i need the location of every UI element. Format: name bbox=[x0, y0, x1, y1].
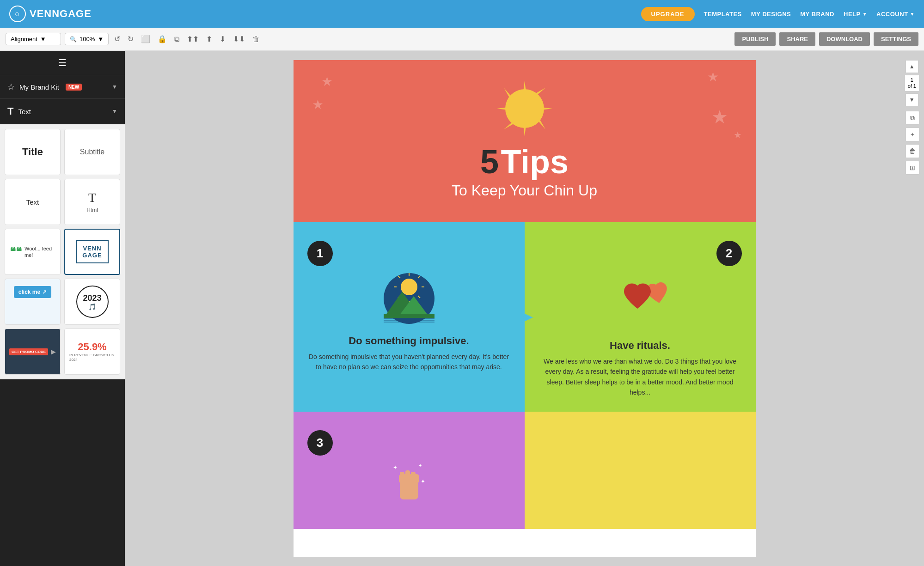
canvas-area[interactable]: ▲ 1 of 1 ▼ ⧉ + 🗑 ⊞ ★ ★ ★ ★ ★ bbox=[125, 51, 924, 566]
year-text: 2023 bbox=[83, 293, 101, 303]
promo-inner: GET PROMO CODE ▶ bbox=[9, 348, 56, 355]
venngage-logo-box: VENN GAGE bbox=[76, 240, 108, 263]
widget-text[interactable]: Text bbox=[5, 179, 61, 225]
undo-icon[interactable]: ↺ bbox=[112, 33, 122, 45]
mountain-scene-svg bbox=[372, 271, 446, 326]
delete-icon[interactable]: 🗑 bbox=[251, 33, 262, 45]
star-deco-3: ★ bbox=[707, 69, 719, 85]
venngage-logo-text: VENN bbox=[82, 245, 102, 252]
svg-rect-21 bbox=[384, 314, 434, 318]
scroll-up-button[interactable]: ▲ bbox=[906, 60, 918, 73]
infographic-body: 1 bbox=[294, 222, 756, 529]
grid-view-button[interactable]: ⊞ bbox=[906, 161, 919, 175]
tip1-body: Do something impulsive that you haven't … bbox=[307, 352, 511, 372]
widget-title[interactable]: Title bbox=[5, 129, 61, 175]
star-deco-2: ★ bbox=[312, 97, 324, 112]
svg-rect-28 bbox=[405, 470, 410, 477]
app-name: VENNGAGE bbox=[30, 8, 92, 20]
fist-svg: ✦ ✦ ✦ bbox=[391, 460, 428, 506]
bring-front-icon[interactable]: ⬆⬆ bbox=[185, 33, 201, 45]
tip2-header: 2 bbox=[538, 236, 742, 266]
copy-icon[interactable]: ⧉ bbox=[172, 33, 181, 45]
nav-help[interactable]: HELP ▼ bbox=[844, 11, 867, 18]
tip1-arrow: ➤ bbox=[519, 307, 534, 327]
alignment-dropdown[interactable]: Alignment ▼ bbox=[6, 33, 61, 45]
svg-rect-29 bbox=[411, 472, 416, 479]
cursor-icon: ↗ bbox=[42, 289, 47, 295]
nav-account[interactable]: ACCOUNT ▼ bbox=[876, 11, 915, 18]
widget-year[interactable]: 2023 🎵 bbox=[64, 279, 120, 325]
scroll-down-button[interactable]: ▼ bbox=[906, 93, 918, 106]
alignment-dropdown-arrow: ▼ bbox=[40, 36, 46, 43]
star-deco-4: ★ bbox=[711, 106, 728, 128]
year-circle: 2023 🎵 bbox=[76, 286, 109, 318]
star-icon: ☆ bbox=[7, 82, 15, 92]
svg-rect-27 bbox=[400, 472, 404, 479]
upgrade-button[interactable]: UPGRADE bbox=[641, 7, 695, 21]
send-back-icon[interactable]: ⬇⬇ bbox=[231, 33, 247, 45]
revenue-pct: 25.9% bbox=[78, 341, 106, 353]
venngage-logo-text2: GAGE bbox=[82, 252, 102, 259]
widget-venngage-logo[interactable]: VENN GAGE bbox=[64, 229, 120, 275]
widget-click-me[interactable]: click me ↗ bbox=[5, 279, 61, 325]
page-controls: ▲ 1 of 1 ▼ bbox=[905, 60, 919, 106]
help-dropdown-arrow: ▼ bbox=[863, 12, 867, 17]
widget-grid: Title Subtitle Text T Html ❝❝ Woof... fe… bbox=[0, 124, 125, 379]
add-page-button[interactable]: + bbox=[906, 128, 919, 141]
nav-my-brand[interactable]: MY BRAND bbox=[800, 11, 834, 18]
svg-text:✦: ✦ bbox=[393, 464, 398, 471]
logo-area: ○ VENNGAGE bbox=[9, 6, 632, 22]
tip2-body: We are less who we are than what we do. … bbox=[538, 356, 742, 398]
hamburger-icon[interactable]: ☰ bbox=[58, 57, 67, 68]
year-icon: 🎵 bbox=[88, 303, 96, 310]
tip-1-section: 1 bbox=[294, 222, 525, 412]
share-button[interactable]: SHARE bbox=[779, 32, 815, 46]
copy-page-button[interactable]: ⧉ bbox=[906, 111, 919, 125]
zoom-dropdown[interactable]: 🔍 100% ▼ bbox=[65, 33, 109, 45]
tip2-number: 2 bbox=[716, 241, 742, 266]
widget-subtitle-label: Subtitle bbox=[80, 148, 104, 156]
send-backward-icon[interactable]: ⬇ bbox=[218, 33, 227, 45]
brand-kit-arrow: ▼ bbox=[112, 84, 117, 90]
download-button[interactable]: DOWNLOAD bbox=[819, 32, 870, 46]
text-section: T Text ▼ bbox=[0, 99, 125, 124]
tip2-heading: Have rituals. bbox=[538, 340, 742, 352]
nav-my-designs[interactable]: MY DESIGNS bbox=[751, 11, 791, 18]
frame-icon[interactable]: ⬜ bbox=[139, 33, 152, 45]
nav-templates[interactable]: TEMPLATES bbox=[704, 11, 742, 18]
delete-page-button[interactable]: 🗑 bbox=[906, 144, 919, 158]
lock-icon[interactable]: 🔒 bbox=[156, 33, 169, 45]
search-icon: 🔍 bbox=[70, 36, 77, 43]
brand-kit-header[interactable]: ☆ My Brand Kit NEW ▼ bbox=[0, 75, 125, 98]
publish-button[interactable]: PUBLISH bbox=[734, 32, 776, 46]
side-actions: ⧉ + 🗑 ⊞ bbox=[906, 111, 919, 175]
html-icon: T bbox=[88, 190, 96, 205]
revenue-text: IN REVENUE GROWTH in 2024 bbox=[69, 353, 115, 363]
sun-graphic bbox=[495, 79, 555, 140]
new-badge: NEW bbox=[66, 84, 82, 91]
widget-subtitle[interactable]: Subtitle bbox=[64, 129, 120, 175]
quote-text: Woof... feed me! bbox=[24, 245, 55, 259]
infographic-subtitle: To Keep Your Chin Up bbox=[307, 182, 742, 199]
widget-revenue[interactable]: 25.9% IN REVENUE GROWTH in 2024 bbox=[64, 329, 120, 375]
redo-icon[interactable]: ↻ bbox=[126, 33, 135, 45]
widget-promo[interactable]: GET PROMO CODE ▶ bbox=[5, 329, 61, 375]
text-icon: T bbox=[7, 105, 13, 117]
widget-quote[interactable]: ❝❝ Woof... feed me! bbox=[5, 229, 61, 275]
tip3-number: 3 bbox=[307, 430, 333, 456]
tip1-heading: Do something impulsive. bbox=[307, 335, 511, 347]
text-section-arrow: ▼ bbox=[112, 108, 117, 115]
tip-3-section: 3 ✦ ✦ ✦ bbox=[294, 412, 525, 529]
quote-marks: ❝❝ bbox=[10, 245, 22, 258]
text-section-label: Text bbox=[18, 108, 31, 116]
bring-forward-icon[interactable]: ⬆ bbox=[204, 33, 214, 45]
widget-text-label: Text bbox=[26, 198, 39, 206]
infographic-title-word: Tips bbox=[501, 143, 569, 180]
widget-html[interactable]: T Html bbox=[64, 179, 120, 225]
text-section-header[interactable]: T Text ▼ bbox=[0, 99, 125, 124]
tip-4-section bbox=[525, 412, 756, 529]
settings-button[interactable]: SETTINGS bbox=[874, 32, 918, 46]
logo-icon: ○ bbox=[9, 6, 26, 22]
svg-text:✦: ✦ bbox=[421, 478, 425, 485]
hearts-svg bbox=[603, 271, 677, 331]
